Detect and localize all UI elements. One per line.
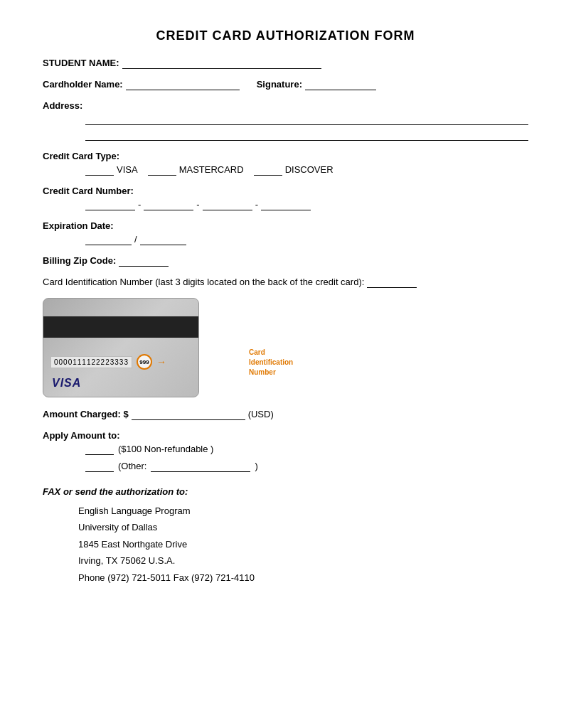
cc-num-2[interactable] bbox=[144, 199, 193, 210]
amount-charged-row: Amount Charged: $ (USD) bbox=[43, 409, 528, 420]
org-address-block: English Language Program University of D… bbox=[78, 503, 528, 586]
org-university: University of Dallas bbox=[78, 519, 528, 535]
apply-amount-label: Apply Amount to: bbox=[43, 430, 120, 441]
mastercard-label: MASTERCARD bbox=[179, 164, 244, 175]
form-title: CREDIT CARD AUTHORIZATION FORM bbox=[43, 28, 528, 43]
apply-option1-check[interactable] bbox=[85, 444, 114, 455]
card-arrow-icon: → bbox=[156, 356, 166, 368]
org-city: Irving, TX 75062 U.S.A. bbox=[78, 552, 528, 569]
apply-option2-label: (Other: bbox=[118, 461, 146, 471]
cc-dash-1: - bbox=[138, 199, 141, 210]
card-id-annotation: Card Identification Number bbox=[249, 348, 334, 378]
signature-field[interactable] bbox=[305, 79, 376, 90]
exp-date-section: Expiration Date: / bbox=[43, 220, 528, 245]
discover-check[interactable] bbox=[254, 164, 282, 176]
card-sig-strip: 0000111122223333 bbox=[50, 356, 132, 368]
apply-other-field[interactable] bbox=[151, 461, 250, 472]
apply-option2-row: (Other: ) bbox=[85, 461, 528, 472]
card-cvv-text: 999 bbox=[139, 359, 149, 365]
org-phone: Phone (972) 721-5011 Fax (972) 721-4110 bbox=[78, 569, 528, 586]
discover-label: DISCOVER bbox=[285, 164, 333, 175]
billing-zip-row: Billing Zip Code: bbox=[43, 255, 528, 267]
card-cvv-circle: 999 bbox=[137, 354, 152, 370]
billing-zip-field[interactable] bbox=[119, 255, 169, 267]
student-name-field[interactable] bbox=[122, 58, 321, 69]
student-name-row: STUDENT NAME: bbox=[43, 58, 528, 69]
fax-title: FAX or send the authorization to: bbox=[43, 486, 528, 497]
card-id-row: Card Identification Number (last 3 digit… bbox=[43, 277, 528, 288]
card-image: 0000111122223333 999 → VISA bbox=[43, 298, 199, 397]
address-section: Address: bbox=[43, 100, 528, 141]
org-name: English Language Program bbox=[78, 503, 528, 519]
apply-amount-label-row: Apply Amount to: bbox=[43, 430, 528, 441]
cc-type-section: Credit Card Type: VISA MASTERCARD DISCOV… bbox=[43, 151, 528, 176]
cc-type-options: VISA MASTERCARD DISCOVER bbox=[85, 164, 528, 176]
cardholder-label: Cardholder Name: bbox=[43, 79, 123, 90]
cc-dash-3: - bbox=[255, 199, 258, 210]
exp-date-label-row: Expiration Date: bbox=[43, 220, 528, 231]
amount-usd-label: (USD) bbox=[248, 409, 274, 419]
cc-num-3[interactable] bbox=[203, 199, 252, 210]
apply-option2-end: ) bbox=[255, 461, 257, 471]
card-number-display: 0000111122223333 bbox=[54, 358, 129, 366]
apply-option2-check[interactable] bbox=[85, 461, 114, 472]
address-line2-field[interactable] bbox=[85, 129, 528, 141]
cc-type-label-row: Credit Card Type: bbox=[43, 151, 528, 161]
apply-option1-row: ($100 Non-refundable ) bbox=[85, 444, 528, 455]
exp-date-fields: / bbox=[85, 234, 528, 245]
exp-year[interactable] bbox=[140, 234, 186, 245]
address-label-row: Address: bbox=[43, 100, 528, 111]
card-brand-text: VISA bbox=[52, 377, 81, 390]
cc-number-label: Credit Card Number: bbox=[43, 186, 134, 196]
address-line1-field[interactable] bbox=[85, 114, 528, 125]
cc-type-label: Credit Card Type: bbox=[43, 151, 119, 161]
signature-label: Signature: bbox=[257, 79, 302, 90]
cardholder-name-field[interactable] bbox=[126, 79, 240, 90]
exp-month[interactable] bbox=[85, 234, 132, 245]
cc-num-4[interactable] bbox=[261, 199, 311, 210]
cardholder-row: Cardholder Name: Signature: bbox=[43, 79, 528, 90]
org-address: 1845 East Northgate Drive bbox=[78, 536, 528, 552]
exp-slash: / bbox=[134, 234, 137, 245]
mastercard-check[interactable] bbox=[148, 164, 176, 176]
cc-dash-2: - bbox=[196, 199, 199, 210]
visa-check[interactable] bbox=[85, 164, 114, 176]
cc-number-fields: - - - bbox=[85, 199, 528, 210]
student-name-label: STUDENT NAME: bbox=[43, 58, 119, 68]
mastercard-option: MASTERCARD bbox=[148, 164, 244, 176]
fax-section: FAX or send the authorization to: Englis… bbox=[43, 486, 528, 586]
cc-number-label-row: Credit Card Number: bbox=[43, 186, 528, 196]
visa-option: VISA bbox=[85, 164, 138, 176]
card-id-label: Card Identification Number (last 3 digit… bbox=[43, 277, 364, 287]
amount-charged-field[interactable] bbox=[132, 409, 245, 420]
billing-zip-label: Billing Zip Code: bbox=[43, 255, 116, 266]
card-id-field[interactable] bbox=[367, 277, 417, 288]
card-sig-area: 0000111122223333 999 → bbox=[50, 354, 166, 370]
discover-option: DISCOVER bbox=[254, 164, 333, 176]
card-image-wrapper: 0000111122223333 999 → VISA Card Identif… bbox=[43, 298, 299, 397]
exp-date-label: Expiration Date: bbox=[43, 220, 114, 231]
apply-option1-label: ($100 Non-refundable ) bbox=[118, 444, 213, 454]
address-label: Address: bbox=[43, 100, 82, 111]
cc-number-section: Credit Card Number: - - - bbox=[43, 186, 528, 210]
visa-label: VISA bbox=[117, 164, 138, 175]
card-magnetic-stripe bbox=[43, 316, 198, 338]
apply-amount-section: Apply Amount to: ($100 Non-refundable ) … bbox=[43, 430, 528, 472]
amount-charged-label: Amount Charged: $ bbox=[43, 409, 129, 419]
address-fields bbox=[85, 114, 528, 141]
cc-num-1[interactable] bbox=[85, 199, 135, 210]
